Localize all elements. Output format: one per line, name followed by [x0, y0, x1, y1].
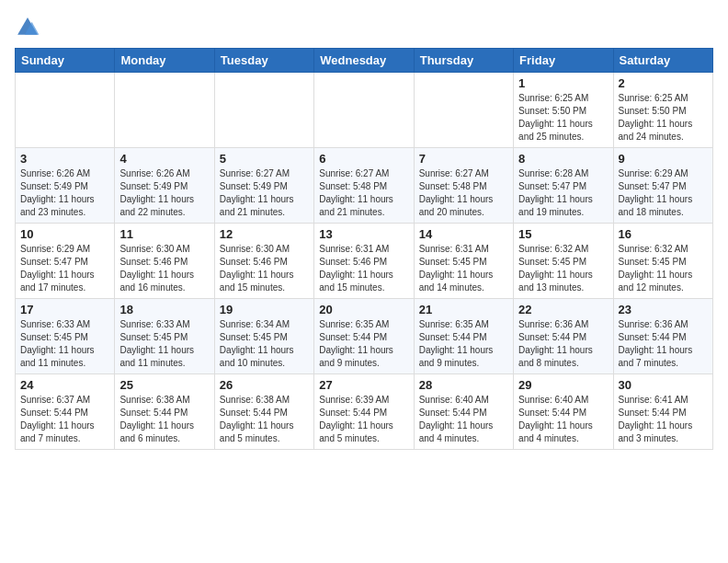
day-info: Sunrise: 6:40 AM Sunset: 5:44 PM Dayligh… — [518, 394, 608, 445]
day-cell: 7Sunrise: 6:27 AM Sunset: 5:48 PM Daylig… — [414, 148, 513, 224]
day-number: 4 — [119, 152, 209, 166]
day-cell: 16Sunrise: 6:32 AM Sunset: 5:45 PM Dayli… — [613, 224, 712, 299]
day-number: 26 — [220, 378, 309, 392]
day-info: Sunrise: 6:35 AM Sunset: 5:44 PM Dayligh… — [319, 318, 408, 370]
day-cell: 17Sunrise: 6:33 AM Sunset: 5:45 PM Dayli… — [16, 299, 115, 374]
day-cell: 28Sunrise: 6:40 AM Sunset: 5:44 PM Dayli… — [414, 374, 513, 450]
day-info: Sunrise: 6:36 AM Sunset: 5:44 PM Dayligh… — [518, 318, 608, 370]
day-number: 20 — [319, 303, 408, 316]
day-number: 22 — [518, 303, 608, 316]
day-info: Sunrise: 6:37 AM Sunset: 5:44 PM Dayligh… — [20, 394, 109, 445]
day-cell — [314, 73, 414, 148]
day-cell: 11Sunrise: 6:30 AM Sunset: 5:46 PM Dayli… — [115, 224, 214, 299]
day-cell: 21Sunrise: 6:35 AM Sunset: 5:44 PM Dayli… — [414, 299, 513, 374]
day-info: Sunrise: 6:27 AM Sunset: 5:48 PM Dayligh… — [319, 167, 408, 219]
day-info: Sunrise: 6:38 AM Sunset: 5:44 PM Dayligh… — [119, 394, 209, 445]
day-number: 24 — [20, 378, 109, 392]
day-info: Sunrise: 6:29 AM Sunset: 5:47 PM Dayligh… — [619, 167, 708, 219]
day-info: Sunrise: 6:28 AM Sunset: 5:47 PM Dayligh… — [518, 167, 608, 219]
day-number: 3 — [20, 152, 109, 166]
day-cell — [214, 73, 313, 148]
day-number: 27 — [319, 378, 408, 392]
day-info: Sunrise: 6:26 AM Sunset: 5:49 PM Dayligh… — [119, 167, 209, 219]
page: SundayMondayTuesdayWednesdayThursdayFrid… — [0, 0, 728, 461]
day-number: 10 — [20, 227, 109, 241]
day-info: Sunrise: 6:39 AM Sunset: 5:44 PM Dayligh… — [319, 394, 408, 445]
day-number: 29 — [518, 378, 608, 392]
day-cell: 6Sunrise: 6:27 AM Sunset: 5:48 PM Daylig… — [314, 148, 414, 224]
day-cell: 8Sunrise: 6:28 AM Sunset: 5:47 PM Daylig… — [514, 148, 613, 224]
day-number: 6 — [319, 152, 408, 166]
day-cell — [414, 73, 513, 148]
day-info: Sunrise: 6:38 AM Sunset: 5:44 PM Dayligh… — [220, 394, 309, 445]
day-cell: 15Sunrise: 6:32 AM Sunset: 5:45 PM Dayli… — [514, 224, 613, 299]
day-of-week-wednesday: Wednesday — [314, 49, 414, 73]
day-info: Sunrise: 6:41 AM Sunset: 5:44 PM Dayligh… — [619, 394, 708, 445]
day-cell: 26Sunrise: 6:38 AM Sunset: 5:44 PM Dayli… — [214, 374, 313, 450]
day-cell: 2Sunrise: 6:25 AM Sunset: 5:50 PM Daylig… — [613, 73, 712, 148]
day-number: 16 — [619, 227, 708, 241]
day-cell: 10Sunrise: 6:29 AM Sunset: 5:47 PM Dayli… — [16, 224, 115, 299]
day-number: 2 — [619, 76, 708, 90]
day-info: Sunrise: 6:31 AM Sunset: 5:46 PM Dayligh… — [319, 243, 408, 294]
day-info: Sunrise: 6:29 AM Sunset: 5:47 PM Dayligh… — [20, 243, 109, 294]
day-number: 28 — [419, 378, 508, 392]
day-cell: 14Sunrise: 6:31 AM Sunset: 5:45 PM Dayli… — [414, 224, 513, 299]
day-number: 8 — [518, 152, 608, 166]
day-of-week-friday: Friday — [514, 49, 613, 73]
day-number: 25 — [119, 378, 209, 392]
day-number: 30 — [619, 378, 708, 392]
day-number: 12 — [220, 227, 309, 241]
day-of-week-thursday: Thursday — [414, 49, 513, 73]
day-info: Sunrise: 6:27 AM Sunset: 5:49 PM Dayligh… — [220, 167, 309, 219]
day-cell: 9Sunrise: 6:29 AM Sunset: 5:47 PM Daylig… — [613, 148, 712, 224]
day-cell — [115, 73, 214, 148]
day-info: Sunrise: 6:30 AM Sunset: 5:46 PM Dayligh… — [220, 243, 309, 294]
day-cell: 29Sunrise: 6:40 AM Sunset: 5:44 PM Dayli… — [514, 374, 613, 450]
day-number: 23 — [619, 303, 708, 316]
logo — [15, 15, 44, 40]
day-number: 1 — [518, 76, 608, 90]
day-of-week-saturday: Saturday — [613, 49, 712, 73]
day-info: Sunrise: 6:25 AM Sunset: 5:50 PM Dayligh… — [518, 92, 608, 144]
day-cell: 18Sunrise: 6:33 AM Sunset: 5:45 PM Dayli… — [115, 299, 214, 374]
day-cell: 27Sunrise: 6:39 AM Sunset: 5:44 PM Dayli… — [314, 374, 414, 450]
day-number: 17 — [20, 303, 109, 316]
day-cell: 4Sunrise: 6:26 AM Sunset: 5:49 PM Daylig… — [115, 148, 214, 224]
day-number: 14 — [419, 227, 508, 241]
week-row-5: 24Sunrise: 6:37 AM Sunset: 5:44 PM Dayli… — [16, 374, 713, 450]
day-info: Sunrise: 6:26 AM Sunset: 5:49 PM Dayligh… — [20, 167, 109, 219]
day-cell: 24Sunrise: 6:37 AM Sunset: 5:44 PM Dayli… — [16, 374, 115, 450]
day-info: Sunrise: 6:36 AM Sunset: 5:44 PM Dayligh… — [619, 318, 708, 370]
day-cell: 3Sunrise: 6:26 AM Sunset: 5:49 PM Daylig… — [16, 148, 115, 224]
week-row-2: 3Sunrise: 6:26 AM Sunset: 5:49 PM Daylig… — [16, 148, 713, 224]
day-cell: 12Sunrise: 6:30 AM Sunset: 5:46 PM Dayli… — [214, 224, 313, 299]
day-info: Sunrise: 6:25 AM Sunset: 5:50 PM Dayligh… — [619, 92, 708, 144]
day-number: 11 — [119, 227, 209, 241]
day-cell: 5Sunrise: 6:27 AM Sunset: 5:49 PM Daylig… — [214, 148, 313, 224]
day-of-week-monday: Monday — [115, 49, 214, 73]
week-row-3: 10Sunrise: 6:29 AM Sunset: 5:47 PM Dayli… — [16, 224, 713, 299]
day-cell: 13Sunrise: 6:31 AM Sunset: 5:46 PM Dayli… — [314, 224, 414, 299]
day-number: 5 — [220, 152, 309, 166]
day-info: Sunrise: 6:35 AM Sunset: 5:44 PM Dayligh… — [419, 318, 508, 370]
calendar-header: SundayMondayTuesdayWednesdayThursdayFrid… — [16, 49, 713, 73]
header — [15, 15, 713, 40]
day-info: Sunrise: 6:30 AM Sunset: 5:46 PM Dayligh… — [119, 243, 209, 294]
day-info: Sunrise: 6:40 AM Sunset: 5:44 PM Dayligh… — [419, 394, 508, 445]
day-info: Sunrise: 6:34 AM Sunset: 5:45 PM Dayligh… — [220, 318, 309, 370]
day-number: 7 — [419, 152, 508, 166]
day-cell: 30Sunrise: 6:41 AM Sunset: 5:44 PM Dayli… — [613, 374, 712, 450]
calendar-body: 1Sunrise: 6:25 AM Sunset: 5:50 PM Daylig… — [16, 73, 713, 450]
day-cell: 20Sunrise: 6:35 AM Sunset: 5:44 PM Dayli… — [314, 299, 414, 374]
day-cell: 25Sunrise: 6:38 AM Sunset: 5:44 PM Dayli… — [115, 374, 214, 450]
day-of-week-sunday: Sunday — [16, 49, 115, 73]
calendar: SundayMondayTuesdayWednesdayThursdayFrid… — [15, 48, 713, 450]
day-number: 21 — [419, 303, 508, 316]
day-info: Sunrise: 6:31 AM Sunset: 5:45 PM Dayligh… — [419, 243, 508, 294]
day-number: 18 — [119, 303, 209, 316]
day-cell: 19Sunrise: 6:34 AM Sunset: 5:45 PM Dayli… — [214, 299, 313, 374]
day-info: Sunrise: 6:27 AM Sunset: 5:48 PM Dayligh… — [419, 167, 508, 219]
day-info: Sunrise: 6:33 AM Sunset: 5:45 PM Dayligh… — [20, 318, 109, 370]
week-row-4: 17Sunrise: 6:33 AM Sunset: 5:45 PM Dayli… — [16, 299, 713, 374]
